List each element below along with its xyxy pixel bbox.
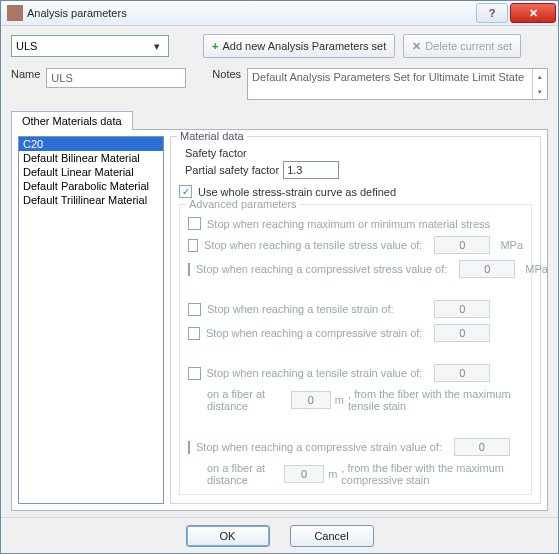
name-input[interactable] bbox=[46, 68, 186, 88]
unit-mpa: MPa bbox=[500, 239, 523, 251]
stop-compressive-stress-label: Stop when reaching a compressivet stress… bbox=[196, 263, 447, 275]
tensile-strain-value-input[interactable] bbox=[434, 364, 490, 382]
stop-compressive-stress-checkbox[interactable] bbox=[188, 263, 190, 276]
stop-compressive-strain-checkbox[interactable] bbox=[188, 327, 200, 340]
material-data-group: Material data Safety factor Partial safe… bbox=[170, 136, 541, 504]
notes-input[interactable]: Default Analysis Parameters Set for Ulti… bbox=[247, 68, 548, 100]
advanced-legend: Advanced parameters bbox=[186, 198, 300, 210]
partial-safety-input[interactable] bbox=[283, 161, 339, 179]
list-item[interactable]: Default Trililinear Material bbox=[19, 193, 163, 207]
partial-safety-label: Partial safety factor bbox=[185, 164, 279, 176]
tensile-strain-input[interactable] bbox=[434, 300, 490, 318]
list-item[interactable]: Default Parabolic Material bbox=[19, 179, 163, 193]
name-label: Name bbox=[11, 68, 40, 80]
close-button[interactable]: ✕ bbox=[510, 3, 556, 23]
stop-tensile-strain-checkbox[interactable] bbox=[188, 303, 201, 316]
chevron-down-icon: ▾ bbox=[149, 40, 164, 53]
cancel-button[interactable]: Cancel bbox=[290, 525, 374, 547]
window-title: Analysis parameters bbox=[27, 7, 474, 19]
unit-mpa: MPa bbox=[525, 263, 548, 275]
name-notes-row: Name Notes Default Analysis Parameters S… bbox=[11, 68, 548, 100]
stop-tensile-strain-label: Stop when reaching a tensile strain of: bbox=[207, 303, 394, 315]
plus-icon: + bbox=[212, 40, 218, 52]
use-whole-curve-label: Use whole stress-strain curve as defined bbox=[198, 186, 396, 198]
list-item[interactable]: C20 bbox=[19, 137, 163, 151]
use-whole-curve-checkbox[interactable]: ✓ bbox=[179, 185, 192, 198]
compressive-strain-value-input[interactable] bbox=[454, 438, 510, 456]
list-item[interactable]: Default Linear Material bbox=[19, 165, 163, 179]
tensile-stress-input[interactable] bbox=[434, 236, 490, 254]
stop-compressive-strain-value-label: Stop when reaching a compressive strain … bbox=[196, 441, 442, 453]
stop-compressive-strain-label: Stop when reaching a compressive strain … bbox=[206, 327, 422, 339]
compressive-stress-input[interactable] bbox=[459, 260, 515, 278]
footer: OK Cancel bbox=[1, 517, 558, 553]
tab-other-materials[interactable]: Other Materials data bbox=[11, 111, 133, 130]
stop-maxmin-stress-checkbox[interactable] bbox=[188, 217, 201, 230]
stop-compressive-strain-value-checkbox[interactable] bbox=[188, 441, 190, 454]
materials-listbox[interactable]: C20 Default Bilinear Material Default Li… bbox=[18, 136, 164, 504]
tensile-fiber-row: on a fiber at distance m , from the fibe… bbox=[207, 388, 523, 412]
compressive-fiber-row: on a fiber at distance m , from the fibe… bbox=[207, 462, 523, 486]
titlebar: Analysis parameters ? ✕ bbox=[1, 1, 558, 26]
stop-tensile-stress-checkbox[interactable] bbox=[188, 239, 198, 252]
tab-panel: C20 Default Bilinear Material Default Li… bbox=[11, 129, 548, 511]
notes-spinner[interactable]: ▴▾ bbox=[532, 69, 547, 99]
stop-tensile-strain-value-checkbox[interactable] bbox=[188, 367, 201, 380]
notes-text: Default Analysis Parameters Set for Ulti… bbox=[252, 71, 524, 83]
toolbar-row: ULS ▾ + Add new Analysis Parameters set … bbox=[11, 34, 548, 58]
dialog-window: Analysis parameters ? ✕ ULS ▾ + Add new … bbox=[0, 0, 559, 554]
add-set-label: Add new Analysis Parameters set bbox=[222, 40, 386, 52]
safety-factor-label: Safety factor bbox=[185, 147, 532, 159]
tensile-fiber-distance-input[interactable] bbox=[291, 391, 331, 409]
stop-maxmin-stress-label: Stop when reaching maximum or minimum ma… bbox=[207, 218, 490, 230]
app-icon bbox=[7, 5, 23, 21]
compressive-strain-input[interactable] bbox=[434, 324, 490, 342]
delete-icon: ✕ bbox=[412, 40, 421, 53]
list-item[interactable]: Default Bilinear Material bbox=[19, 151, 163, 165]
content-area: ULS ▾ + Add new Analysis Parameters set … bbox=[1, 26, 558, 517]
stop-tensile-stress-label: Stop when reaching a tensile stress valu… bbox=[204, 239, 422, 251]
tab-strip: Other Materials data bbox=[11, 110, 548, 129]
parameter-set-select[interactable]: ULS ▾ bbox=[11, 35, 169, 57]
advanced-group: Advanced parameters Stop when reaching m… bbox=[179, 204, 532, 495]
delete-set-label: Delete current set bbox=[425, 40, 512, 52]
material-data-legend: Material data bbox=[177, 130, 247, 142]
notes-label: Notes bbox=[212, 68, 241, 80]
ok-button[interactable]: OK bbox=[186, 525, 270, 547]
parameter-set-selected: ULS bbox=[16, 40, 37, 52]
help-button[interactable]: ? bbox=[476, 3, 508, 23]
stop-tensile-strain-value-label: Stop when reaching a tensile strain valu… bbox=[207, 367, 423, 379]
add-set-button[interactable]: + Add new Analysis Parameters set bbox=[203, 34, 395, 58]
delete-set-button[interactable]: ✕ Delete current set bbox=[403, 34, 521, 58]
compressive-fiber-distance-input[interactable] bbox=[284, 465, 324, 483]
